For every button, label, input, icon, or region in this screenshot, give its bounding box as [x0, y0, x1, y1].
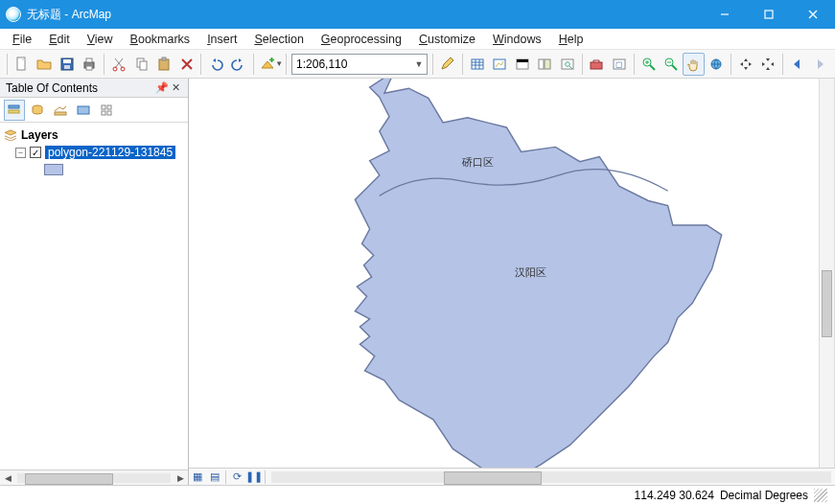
chart-icon[interactable]	[488, 53, 511, 76]
pause-drawing-icon[interactable]: ❚❚	[245, 470, 263, 485]
status-bar: 114.249 30.624 Decimal Degrees	[0, 485, 835, 504]
svg-rect-6	[63, 59, 71, 63]
app-icon	[6, 7, 21, 22]
svg-rect-16	[162, 57, 166, 60]
svg-rect-22	[539, 59, 544, 69]
print-icon[interactable]	[79, 53, 102, 76]
editor-icon[interactable]	[436, 53, 459, 76]
layers-icon	[4, 129, 17, 141]
svg-rect-33	[9, 110, 19, 113]
close-panel-icon[interactable]: ✕	[169, 81, 182, 94]
symbol-swatch[interactable]	[44, 164, 63, 175]
chevron-down-icon[interactable]: ▼	[414, 59, 423, 69]
menu-customize[interactable]: Customize	[410, 31, 484, 48]
toc-tree[interactable]: Layers − ✓ polygon-221129-131845	[0, 123, 188, 470]
catalog-icon[interactable]	[534, 53, 557, 76]
title-bar: 无标题 - ArcMap	[0, 0, 835, 29]
python-icon[interactable]: ▢	[608, 53, 631, 76]
svg-rect-9	[86, 58, 92, 62]
resize-grip-icon[interactable]	[814, 489, 827, 502]
copy-icon[interactable]	[130, 53, 153, 76]
dataframe-label: Layers	[21, 128, 58, 142]
layer-row[interactable]: − ✓ polygon-221129-131845	[2, 144, 186, 161]
go-back-icon[interactable]	[786, 53, 809, 76]
svg-rect-37	[102, 105, 105, 109]
status-units: Decimal Degrees	[720, 489, 808, 502]
table-icon[interactable]	[466, 53, 489, 76]
map-vscrollbar[interactable]	[819, 79, 834, 468]
svg-rect-36	[78, 106, 89, 114]
layout-view-icon[interactable]: ▤	[206, 470, 223, 485]
menu-view[interactable]: View	[79, 31, 122, 48]
menu-bookmarks[interactable]: Bookmarks	[122, 31, 199, 48]
toc-title: Table Of Contents	[6, 81, 155, 95]
map-area: 硚口区 汉阳区 ▦ ▤ ⟳ ❚❚	[189, 79, 835, 485]
cut-icon[interactable]	[107, 53, 130, 76]
svg-rect-35	[55, 112, 66, 115]
search-window-icon[interactable]	[556, 53, 579, 76]
list-by-drawing-order-icon[interactable]	[4, 100, 25, 121]
paste-icon[interactable]	[152, 53, 175, 76]
open-folder-icon[interactable]	[34, 53, 57, 76]
svg-rect-15	[159, 59, 169, 70]
menu-selection[interactable]: Selection	[245, 31, 312, 48]
menu-windows[interactable]: Windows	[484, 31, 550, 48]
new-doc-icon[interactable]	[11, 53, 34, 76]
svg-rect-14	[140, 61, 147, 70]
layer-name-selected[interactable]: polygon-221129-131845	[45, 146, 175, 159]
collapse-icon[interactable]: −	[15, 148, 26, 158]
toc-panel: Table Of Contents 📌 ✕ Layers − ✓ polygon…	[0, 79, 189, 485]
refresh-icon[interactable]: ⟳	[228, 470, 245, 485]
zoom-in-icon[interactable]	[638, 53, 661, 76]
dataframe-row[interactable]: Layers	[2, 126, 186, 144]
undo-icon[interactable]	[204, 53, 227, 76]
svg-rect-10	[86, 66, 92, 70]
menu-insert[interactable]: Insert	[198, 31, 245, 48]
layer-visibility-checkbox[interactable]: ✓	[30, 147, 41, 158]
svg-rect-32	[9, 105, 19, 108]
map-scale-input[interactable]: 1:206,110 ▼	[291, 54, 428, 75]
toolbox-icon[interactable]	[586, 53, 609, 76]
options-icon[interactable]	[96, 100, 117, 121]
minimize-button[interactable]	[703, 0, 747, 29]
svg-rect-7	[64, 65, 70, 69]
menu-bar: File Edit View Bookmarks Insert Selectio…	[0, 29, 835, 50]
data-view-icon[interactable]: ▦	[189, 470, 206, 485]
redo-icon[interactable]	[227, 53, 250, 76]
map-canvas[interactable]: 硚口区 汉阳区	[189, 79, 835, 468]
attribute-icon[interactable]	[511, 53, 534, 76]
pin-icon[interactable]: 📌	[155, 81, 169, 94]
go-forward-icon[interactable]	[809, 53, 832, 76]
map-hscrollbar[interactable]	[271, 471, 831, 483]
fixed-zoom-out-icon[interactable]	[757, 53, 780, 76]
pan-icon[interactable]	[683, 53, 706, 76]
maximize-button[interactable]	[747, 0, 791, 29]
full-extent-icon[interactable]	[705, 53, 728, 76]
list-by-source-icon[interactable]	[27, 100, 48, 121]
save-icon[interactable]	[56, 53, 79, 76]
toc-header: Table Of Contents 📌 ✕	[0, 79, 188, 98]
menu-help[interactable]: Help	[550, 31, 592, 48]
status-coordinates: 114.249 30.624	[635, 489, 714, 502]
toc-hscrollbar[interactable]: ◀▶	[0, 470, 188, 485]
svg-rect-21	[517, 59, 528, 62]
toc-toolstrip	[0, 98, 188, 123]
menu-edit[interactable]: Edit	[40, 31, 79, 48]
list-by-visibility-icon[interactable]	[50, 100, 71, 121]
menu-geoprocessing[interactable]: Geoprocessing	[313, 31, 410, 48]
zoom-out-icon[interactable]	[660, 53, 683, 76]
svg-rect-38	[107, 105, 111, 109]
svg-rect-1	[765, 11, 773, 18]
svg-rect-40	[107, 111, 111, 115]
fixed-zoom-in-icon[interactable]	[734, 53, 757, 76]
delete-icon[interactable]	[175, 53, 198, 76]
svg-rect-18	[472, 59, 483, 69]
symbol-row[interactable]	[2, 161, 186, 178]
close-button[interactable]	[791, 0, 835, 29]
list-by-selection-icon[interactable]	[73, 100, 94, 121]
svg-rect-26	[591, 62, 602, 69]
main-area: Table Of Contents 📌 ✕ Layers − ✓ polygon…	[0, 79, 835, 485]
svg-rect-39	[102, 111, 105, 115]
map-view-bar: ▦ ▤ ⟳ ❚❚	[189, 468, 835, 485]
menu-file[interactable]: File	[4, 31, 40, 48]
